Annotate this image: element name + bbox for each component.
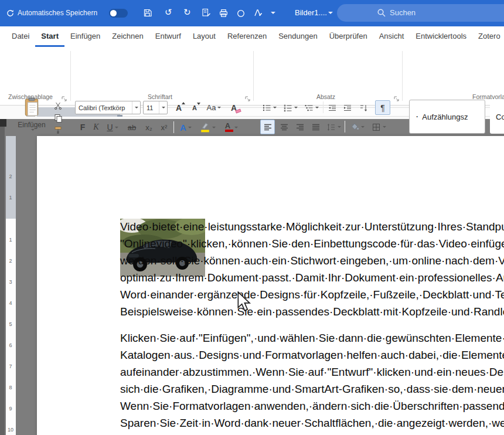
autosave-label: Automatisches Speichern bbox=[18, 9, 97, 17]
tab-entwicklertools[interactable]: Entwicklertools bbox=[410, 26, 472, 47]
shrink-font-button[interactable]: A bbox=[188, 101, 202, 114]
tab-entwurf[interactable]: Entwurf bbox=[149, 26, 187, 47]
window-left-edge bbox=[0, 127, 5, 435]
font-color-button[interactable]: A bbox=[220, 120, 240, 134]
text-effects-button[interactable]: A bbox=[177, 120, 195, 134]
style-tile-next[interactable]: Co bbox=[490, 100, 504, 134]
align-right-icon bbox=[295, 123, 305, 132]
doc-line-2-6[interactable]: Sparen·Sie·Zeit·in·Word·dank·neuer·Schal… bbox=[120, 414, 504, 431]
editing-icon[interactable] bbox=[253, 8, 263, 20]
paragraph-dialog-launcher[interactable] bbox=[393, 94, 400, 100]
divider bbox=[345, 121, 345, 132]
style-tile-aufzaehlungszeichen[interactable]: · Aufzählungsz bbox=[409, 100, 485, 134]
italic-button[interactable]: K bbox=[90, 120, 102, 134]
search-icon bbox=[377, 8, 386, 20]
decrease-indent-button[interactable] bbox=[326, 101, 339, 114]
tab-zotero[interactable]: Zotero bbox=[472, 26, 504, 47]
doc-line-1-6[interactable]: Beispielsweise·können·Sie·ein·passendes·… bbox=[120, 303, 504, 320]
paste-button[interactable]: Einfügen bbox=[15, 97, 48, 138]
doc-line-2-3[interactable]: aufeinander·abzustimmen.·Wenn·Sie·auf·"E… bbox=[120, 363, 504, 380]
font-color-icon: A bbox=[223, 121, 233, 133]
numbering-button[interactable] bbox=[281, 101, 299, 114]
search-box[interactable]: Suchen bbox=[337, 4, 504, 22]
doc-line-2-2[interactable]: Katalogen·aus.·Designs·und·Formatvorlage… bbox=[120, 346, 504, 363]
ribbon: Einfügen Zwischenablage Calibri (Textkör… bbox=[0, 47, 504, 106]
tab-zeichnen[interactable]: Zeichnen bbox=[106, 26, 149, 47]
doc-line-2-4[interactable]: sich·die·Grafiken,·Diagramme·und·SmartAr… bbox=[120, 380, 504, 397]
title-chevron-icon[interactable] bbox=[328, 12, 333, 14]
font-dialog-launcher[interactable] bbox=[244, 94, 251, 100]
strikethrough-button[interactable]: ab bbox=[124, 120, 139, 134]
autosave-toggle[interactable] bbox=[109, 9, 128, 18]
styles-group-label: Formatvorlagen bbox=[472, 93, 504, 100]
tab-datei[interactable]: Datei bbox=[6, 26, 35, 47]
document-title[interactable]: Bilder1.... bbox=[295, 8, 327, 17]
circle-icon[interactable] bbox=[237, 9, 245, 20]
borders-button[interactable] bbox=[369, 120, 389, 134]
tab-ansicht[interactable]: Ansicht bbox=[373, 26, 410, 47]
underline-button[interactable]: U bbox=[103, 120, 122, 134]
justify-button[interactable] bbox=[308, 120, 323, 134]
font-name-value: Calibri (Textkörp bbox=[76, 104, 132, 111]
copy-button[interactable] bbox=[52, 112, 64, 124]
show-formatting-marks-button[interactable]: ¶ bbox=[375, 100, 390, 115]
tab-sendungen[interactable]: Sendungen bbox=[273, 26, 323, 47]
grow-font-button[interactable]: A bbox=[171, 101, 186, 114]
undo-icon[interactable]: ↺ bbox=[165, 8, 172, 17]
group-separator bbox=[253, 51, 254, 101]
mouse-cursor bbox=[237, 291, 253, 315]
sort-button[interactable] bbox=[356, 101, 372, 114]
printer-icon[interactable] bbox=[219, 9, 228, 20]
document-edit-icon[interactable] bbox=[202, 8, 211, 20]
tab-überprüfen[interactable]: Überprüfen bbox=[323, 26, 373, 47]
multilevel-list-button[interactable] bbox=[302, 101, 320, 114]
font-size-dropdown[interactable] bbox=[159, 101, 167, 114]
doc-line-2-5[interactable]: Wenn·Sie·Formatvorlagen·anwenden,·ändern… bbox=[120, 397, 504, 414]
paste-label: Einfügen bbox=[18, 121, 45, 129]
font-size-combo[interactable]: 11 bbox=[143, 101, 168, 114]
paragraph-1: Video·bietet·eine·leistungsstarke·Möglic… bbox=[120, 218, 504, 320]
highlight-color-button[interactable] bbox=[197, 120, 218, 134]
clipboard-dialog-launcher[interactable] bbox=[61, 94, 67, 100]
align-center-button[interactable] bbox=[277, 120, 291, 134]
doc-line-2-1[interactable]: Klicken·Sie·auf·"Einfügen",·und·wählen·S… bbox=[120, 329, 504, 346]
sort-icon bbox=[359, 103, 369, 113]
paragraph-2: Klicken·Sie·auf·"Einfügen",·und·wählen·S… bbox=[120, 329, 504, 431]
doc-line-1-4[interactable]: optimal·zu·Ihrem·Dokument·passt.·Damit·I… bbox=[120, 269, 504, 286]
ribbon-tabs: DateiStartEinfügenZeichnenEntwurfLayoutR… bbox=[0, 26, 504, 47]
font-name-combo[interactable]: Calibri (Textkörp bbox=[75, 101, 141, 114]
redo-icon[interactable]: ↻ bbox=[183, 8, 191, 17]
copy-icon bbox=[54, 114, 63, 123]
align-left-button[interactable] bbox=[260, 120, 275, 134]
doc-line-1-1[interactable]: Video·bietet·eine·leistungsstarke·Möglic… bbox=[120, 218, 504, 235]
line-spacing-button[interactable] bbox=[324, 120, 343, 134]
bold-button[interactable]: F bbox=[76, 120, 89, 134]
align-right-button[interactable] bbox=[292, 120, 307, 134]
format-painter-button[interactable] bbox=[52, 124, 64, 136]
vertical-ruler[interactable] bbox=[6, 219, 16, 435]
increase-indent-button[interactable] bbox=[341, 101, 354, 114]
align-left-icon bbox=[263, 123, 273, 132]
save-icon[interactable] bbox=[143, 8, 152, 20]
tab-start[interactable]: Start bbox=[35, 26, 64, 47]
doc-line-1-3[interactable]: werden·soll.·Sie·können·auch·ein·Stichwo… bbox=[120, 252, 504, 269]
clipboard-group-label: Zwischenablage bbox=[0, 93, 61, 100]
tab-referenzen[interactable]: Referenzen bbox=[222, 26, 273, 47]
subscript-button[interactable]: x₂ bbox=[142, 120, 156, 134]
tab-layout[interactable]: Layout bbox=[187, 26, 222, 47]
autosave-icon bbox=[6, 9, 15, 20]
change-case-button[interactable]: Aa bbox=[204, 101, 224, 114]
bullets-button[interactable] bbox=[260, 101, 278, 114]
superscript-button[interactable]: x² bbox=[157, 120, 171, 134]
clear-formatting-button[interactable]: A bbox=[226, 101, 241, 114]
shading-button[interactable] bbox=[348, 120, 366, 134]
tab-einfügen[interactable]: Einfügen bbox=[64, 26, 106, 47]
paint-bucket-icon bbox=[350, 123, 359, 132]
format-painter-icon bbox=[54, 126, 62, 134]
vertical-ruler-margin[interactable] bbox=[6, 136, 16, 219]
doc-line-1-5[interactable]: Word·einander·ergänzende·Designs·für·Kop… bbox=[120, 286, 504, 303]
doc-line-1-2[interactable]: "Onlinevideo"·klicken,·können·Sie·den·Ei… bbox=[120, 235, 504, 252]
left-indent-marker[interactable] bbox=[117, 115, 122, 117]
font-name-dropdown[interactable] bbox=[132, 101, 140, 114]
quick-access-chevron[interactable] bbox=[271, 12, 275, 14]
